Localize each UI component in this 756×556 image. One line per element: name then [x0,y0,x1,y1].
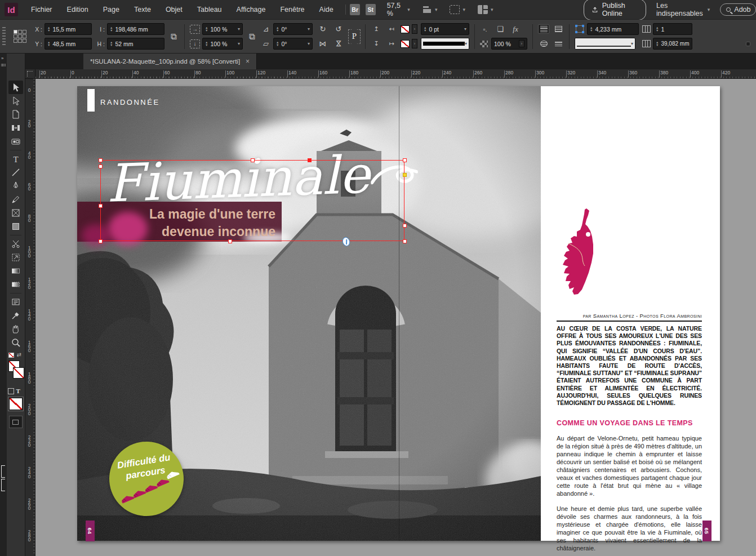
select-previous-icon[interactable]: ↤ [386,25,397,33]
character-styles-icon[interactable] [746,42,750,46]
eyedropper-tool[interactable] [8,309,23,322]
formatting-affects-container-icon[interactable] [8,388,14,394]
corsica-map[interactable] [559,207,603,296]
wrap-jump-object-icon[interactable] [553,39,564,48]
page-tool[interactable] [8,108,23,121]
stroke-type-dropdown[interactable]: ▾ [575,38,635,50]
menu-item-texte[interactable]: Texte [127,0,158,20]
y-position-field[interactable]: ▲▼48,5 mm [45,38,92,50]
menu-item-edition[interactable]: Edition [60,0,96,20]
menu-item-fichier[interactable]: Fichier [24,0,60,20]
select-container-icon[interactable]: ↥ [371,25,381,33]
stroke-style-dropdown[interactable]: ▾ [421,38,469,50]
section-heading[interactable]: COMME UN VOYAGE DANS LE TEMPS [557,419,702,427]
gradient-tool[interactable] [8,264,23,278]
stroke-flyout-arrow[interactable]: › [412,24,417,34]
wrap-bounding-box-icon[interactable] [553,24,564,34]
fill-flyout-arrow[interactable]: › [412,39,417,48]
menu-item-objet[interactable]: Objet [158,0,190,20]
ruler-origin-corner[interactable] [25,69,35,79]
pasteboard[interactable]: La magie d'une terre devenue inconnue RA… [35,79,756,556]
opacity-field[interactable]: 100 %› [491,38,527,50]
direct-selection-tool[interactable] [8,94,23,108]
free-transform-tool[interactable] [8,251,23,264]
line-tool[interactable] [8,166,23,179]
select-content-icon[interactable]: ↧ [371,40,381,47]
drop-shadow-icon[interactable]: ❏ [495,25,505,33]
constrain-scale-link-icon[interactable]: ⧉ [247,32,257,42]
effects-icon[interactable]: fx [510,25,521,34]
frame-tool[interactable] [8,206,23,220]
scale-x-field[interactable]: ▲▼100 %▾ [202,23,243,35]
menu-item-affichage[interactable]: Affichage [229,0,273,20]
publish-online-button[interactable]: Publish Online [584,0,646,20]
panel-grip[interactable] [2,27,6,46]
wrap-none-icon[interactable] [538,24,549,34]
type-tool[interactable]: T [8,152,23,166]
content-collector-tool[interactable] [8,135,23,148]
shear-angle-field[interactable]: ▲▼0°▾ [273,38,313,50]
magazine-spread[interactable]: La magie d'une terre devenue inconnue RA… [77,86,720,541]
note-tool[interactable] [8,295,23,309]
flip-vertical-icon[interactable]: ⋈ [335,39,343,49]
screen-mode-dropdown[interactable]: ▾ [450,5,465,14]
pen-tool[interactable] [8,179,23,193]
section-label[interactable]: RANDONNÉE [100,98,160,106]
stroke-swatch[interactable] [13,367,24,379]
menu-item-fenêtre[interactable]: Fenêtre [273,0,312,20]
collapsed-panel-tab[interactable] [1,479,5,491]
collapsed-panel-tab[interactable] [1,465,5,478]
bridge-button[interactable]: Br [350,4,360,15]
article-title[interactable]: Fiuminale [106,147,419,210]
apply-gradient-button[interactable] [9,416,23,428]
paragraph-styles-icon[interactable] [746,28,749,31]
pencil-tool[interactable] [8,193,23,206]
expand-panels-icon[interactable]: » [1,56,4,61]
zoom-tool[interactable] [8,336,23,349]
rectangle-tool[interactable] [8,220,23,233]
default-fill-stroke-icon[interactable] [8,353,14,358]
stock-button[interactable]: St [366,4,376,15]
menu-item-page[interactable]: Page [96,0,127,20]
gutter-field[interactable]: ▲▼39,082 mm [653,38,692,50]
horizontal-ruler[interactable]: 2002040608010012014016018020022024026028… [35,69,756,79]
body-paragraph[interactable]: Au départ de Velone-Ornetu, petit hameau… [557,434,702,497]
menu-item-aide[interactable]: Aide [312,0,341,20]
close-tab-icon[interactable]: × [246,57,250,65]
frame-fitting-icon[interactable] [576,25,584,33]
x-position-field[interactable]: ▲▼15,5 mm [45,23,92,35]
document-tab[interactable]: *ISULANA-2-Maquette_100p.indd @ 58% [Con… [83,54,257,69]
rotate-ccw-icon[interactable]: ↺ [333,25,344,33]
space-field[interactable]: ▲▼4,233 mm [587,23,639,35]
scale-y-field[interactable]: ▲▼100 %▾ [202,38,243,50]
gap-tool[interactable] [8,121,23,135]
swap-fill-stroke-icon[interactable]: ⇄ [17,352,21,358]
formatting-affects-text-icon[interactable]: T [16,388,20,394]
width-field[interactable]: ▲▼198,486 mm [107,23,164,35]
body-paragraphs[interactable]: Au départ de Velone-Ornetu, petit hameau… [557,434,702,552]
hand-tool[interactable] [8,322,23,336]
constrain-proportions-link-icon[interactable]: ⧉ [168,32,179,42]
view-options-dropdown[interactable]: ▾ [422,5,438,14]
intro-paragraph[interactable]: AU CŒUR DE LA COSTA VERDE, LA NATURE OFF… [557,325,702,407]
arrange-documents-dropdown[interactable]: ▾ [478,5,493,14]
stroke-weight-field[interactable]: ▲▼0 pt▾ [421,23,469,35]
rotation-angle-field[interactable]: ▲▼0°▾ [273,23,313,35]
apply-none-button[interactable] [9,398,23,410]
selection-tool[interactable] [8,81,23,94]
flip-horizontal-icon[interactable]: ⋈ [318,39,328,48]
height-field[interactable]: ▲▼52 mm [107,38,164,50]
stroke-color-swatch[interactable] [401,25,410,33]
workspace-switcher[interactable]: Les indispensables ▾ [656,2,710,17]
rotate-cw-icon[interactable]: ↻ [318,25,328,33]
gradient-feather-tool[interactable] [8,278,23,291]
columns-field[interactable]: ▲▼1 [653,23,692,35]
zoom-level-dropdown[interactable]: 57,5 % ▾ [387,2,410,17]
vertical-ruler[interactable]: 02 04 06 08 01 0 01 2 01 4 01 6 01 8 02 … [25,79,35,556]
article-column[interactable]: par Samantha Lopez - Photos Flora Ambros… [557,313,702,552]
indesign-logo[interactable]: Id [5,3,18,16]
corner-options-icon[interactable]: ▫. [480,26,490,33]
reference-point-proxy[interactable] [14,30,26,43]
menu-item-tableau[interactable]: Tableau [190,0,229,20]
wrap-object-shape-icon[interactable] [538,39,549,48]
